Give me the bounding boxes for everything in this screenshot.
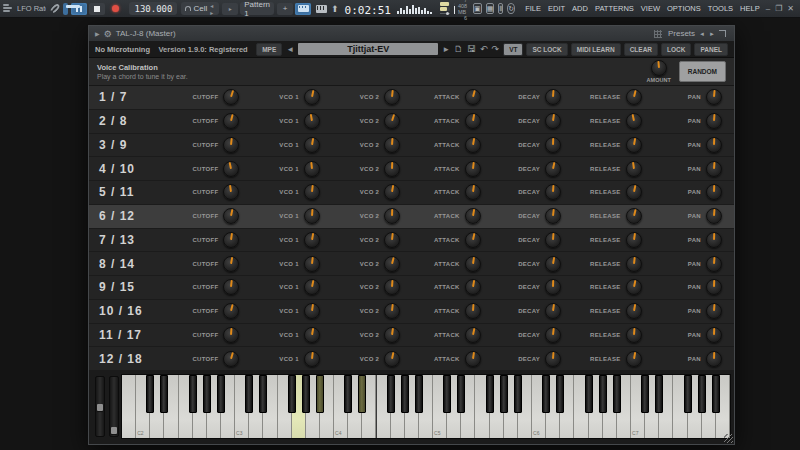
decay-knob[interactable] — [545, 327, 561, 343]
menu-item-patterns[interactable]: PATTERNS — [595, 4, 634, 13]
black-key-Gs5[interactable] — [500, 375, 508, 413]
panel-button[interactable]: PANEL — [694, 43, 728, 56]
voice-row-1[interactable]: 1 / 7CUTOFFVCO 1VCO 2ATTACKDECAYRELEASEP… — [89, 86, 734, 110]
vco-1-knob[interactable] — [304, 208, 320, 224]
black-key-Fs3[interactable] — [288, 375, 296, 413]
pan-knob[interactable] — [706, 137, 722, 153]
main-volume-knob[interactable] — [49, 3, 61, 15]
black-key-Fs2[interactable] — [189, 375, 197, 413]
preset-prev-arrow[interactable]: ◄ — [286, 45, 294, 54]
collapse-arrow-icon[interactable]: ▶ — [95, 30, 100, 37]
black-key-As7[interactable] — [712, 375, 720, 413]
decay-knob[interactable] — [545, 184, 561, 200]
clear-button[interactable]: CLEAR — [624, 43, 658, 56]
attack-knob[interactable] — [465, 351, 481, 367]
pan-knob[interactable] — [706, 161, 722, 177]
white-key-B1[interactable] — [122, 375, 136, 438]
black-key-Cs7[interactable] — [641, 375, 649, 413]
black-key-Ds6[interactable] — [556, 375, 564, 413]
amount-knob[interactable] — [651, 60, 667, 76]
black-key-Gs4[interactable] — [401, 375, 409, 413]
cpu-meter[interactable] — [440, 2, 450, 15]
cutoff-knob[interactable] — [223, 89, 239, 105]
black-key-As3[interactable] — [316, 375, 324, 413]
release-knob[interactable] — [626, 256, 642, 272]
voice-row-5[interactable]: 5 / 11CUTOFFVCO 1VCO 2ATTACKDECAYRELEASE… — [89, 181, 734, 205]
pan-knob[interactable] — [706, 279, 722, 295]
attack-knob[interactable] — [465, 89, 481, 105]
pattern-song-switch[interactable] — [63, 3, 68, 15]
black-key-Cs3[interactable] — [245, 375, 253, 413]
record-button[interactable] — [107, 3, 123, 15]
voice-row-12[interactable]: 12 / 18CUTOFFVCO 1VCO 2ATTACKDECAYRELEAS… — [89, 347, 734, 371]
preset-name-field[interactable]: Tjittjat-EV — [298, 43, 438, 55]
voice-row-11[interactable]: 11 / 17CUTOFFVCO 1VCO 2ATTACKDECAYRELEAS… — [89, 324, 734, 348]
attack-knob[interactable] — [465, 279, 481, 295]
menu-item-add[interactable]: ADD — [572, 4, 588, 13]
menu-item-help[interactable]: HELP — [740, 4, 760, 13]
cutoff-knob[interactable] — [223, 184, 239, 200]
vco-2-knob[interactable] — [384, 208, 400, 224]
black-key-Cs5[interactable] — [443, 375, 451, 413]
cutoff-knob[interactable] — [223, 161, 239, 177]
black-key-Cs6[interactable] — [542, 375, 550, 413]
pan-knob[interactable] — [706, 184, 722, 200]
add-pattern-button[interactable]: + — [277, 3, 293, 15]
release-knob[interactable] — [626, 351, 642, 367]
black-key-Ds7[interactable] — [655, 375, 663, 413]
black-key-Ds3[interactable] — [259, 375, 267, 413]
preset-prev-icon[interactable]: ◄ — [699, 31, 705, 37]
voice-row-3[interactable]: 3 / 9CUTOFFVCO 1VCO 2ATTACKDECAYRELEASEP… — [89, 134, 734, 158]
attack-knob[interactable] — [465, 184, 481, 200]
minimize-button[interactable]: – — [766, 4, 770, 13]
black-key-Cs4[interactable] — [344, 375, 352, 413]
black-key-As6[interactable] — [613, 375, 621, 413]
vco-2-knob[interactable] — [384, 137, 400, 153]
vco-1-knob[interactable] — [304, 137, 320, 153]
vco-2-knob[interactable] — [384, 184, 400, 200]
decay-knob[interactable] — [545, 208, 561, 224]
mpe-button[interactable]: MPE — [256, 43, 282, 56]
vco-2-knob[interactable] — [384, 279, 400, 295]
mod-wheel[interactable] — [109, 376, 119, 437]
release-knob[interactable] — [626, 208, 642, 224]
time-display[interactable]: · · 0:02:51 — [345, 2, 391, 16]
vco-2-knob[interactable] — [384, 256, 400, 272]
vco-2-knob[interactable] — [384, 351, 400, 367]
attack-knob[interactable] — [465, 303, 481, 319]
pan-knob[interactable] — [706, 327, 722, 343]
cutoff-knob[interactable] — [223, 327, 239, 343]
cell-selector[interactable]: Cell ◂ ▸ — [181, 2, 219, 15]
black-key-Gs3[interactable] — [302, 375, 310, 413]
voice-row-6[interactable]: 6 / 12CUTOFFVCO 1VCO 2ATTACKDECAYRELEASE… — [89, 205, 734, 229]
vco-1-knob[interactable] — [304, 184, 320, 200]
black-key-Fs5[interactable] — [486, 375, 494, 413]
vco-2-knob[interactable] — [384, 89, 400, 105]
vco-1-knob[interactable] — [304, 303, 320, 319]
menu-item-options[interactable]: OPTIONS — [667, 4, 701, 13]
decay-knob[interactable] — [545, 89, 561, 105]
cutoff-knob[interactable] — [223, 137, 239, 153]
cutoff-knob[interactable] — [223, 351, 239, 367]
decay-knob[interactable] — [545, 137, 561, 153]
sc-lock-button[interactable]: SC LOCK — [526, 43, 567, 56]
save-preset-icon[interactable]: 🖫 — [467, 45, 476, 54]
black-key-Fs6[interactable] — [585, 375, 593, 413]
controller-button[interactable] — [313, 3, 329, 15]
attack-knob[interactable] — [465, 256, 481, 272]
pan-knob[interactable] — [706, 232, 722, 248]
cutoff-knob[interactable] — [223, 303, 239, 319]
gear-icon[interactable]: ⚙ — [104, 29, 112, 39]
cell-arrows-icon[interactable]: ◂ ▸ — [210, 2, 215, 16]
cutoff-knob[interactable] — [223, 232, 239, 248]
black-key-Gs2[interactable] — [203, 375, 211, 413]
decay-knob[interactable] — [545, 256, 561, 272]
attack-knob[interactable] — [465, 161, 481, 177]
black-key-Fs4[interactable] — [387, 375, 395, 413]
menu-item-edit[interactable]: EDIT — [548, 4, 565, 13]
release-knob[interactable] — [626, 279, 642, 295]
preset-next-icon[interactable]: ► — [709, 31, 715, 37]
menu-item-tools[interactable]: TOOLS — [708, 4, 733, 13]
preset-next-arrow[interactable]: ► — [442, 45, 450, 54]
microtuning-label[interactable]: No Microtuning — [95, 45, 150, 54]
